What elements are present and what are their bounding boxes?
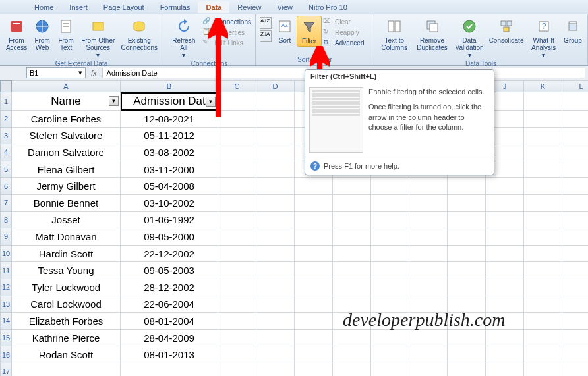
cell[interactable] [218, 195, 256, 212]
cell[interactable] [295, 195, 333, 212]
cell[interactable] [524, 363, 562, 376]
cell[interactable] [295, 296, 333, 313]
row-header[interactable]: 17 [0, 363, 12, 376]
cell[interactable]: Damon Salvatore [12, 144, 121, 161]
tab-review[interactable]: Review [229, 1, 269, 13]
cell[interactable] [524, 246, 562, 263]
row-header[interactable]: 11 [0, 262, 12, 279]
cell[interactable]: 08-01-2004 [121, 313, 218, 330]
cell[interactable] [409, 262, 448, 279]
data-validation-button[interactable]: Data Validation▾ [452, 16, 486, 60]
cell[interactable] [333, 279, 371, 296]
cell[interactable] [371, 262, 409, 279]
cell[interactable] [448, 228, 486, 246]
cell[interactable] [562, 246, 588, 263]
cell[interactable] [524, 195, 562, 212]
cell[interactable]: Elizabeth Forbes [12, 313, 121, 330]
cell[interactable] [371, 195, 409, 212]
cell[interactable] [218, 144, 256, 161]
cell[interactable] [524, 262, 562, 279]
cell[interactable] [256, 195, 295, 212]
cell[interactable] [256, 346, 295, 363]
whatif-button[interactable]: ?What-If Analysis▾ [526, 16, 561, 60]
cell[interactable] [524, 161, 562, 178]
tab-data[interactable]: Data [198, 1, 229, 13]
cell[interactable] [524, 313, 562, 330]
cell[interactable] [256, 178, 295, 195]
cell[interactable] [524, 279, 562, 296]
cell[interactable] [333, 195, 371, 212]
cell[interactable] [409, 363, 448, 376]
cell[interactable] [333, 363, 371, 376]
cell[interactable] [524, 296, 562, 313]
cell[interactable]: Josset [12, 212, 121, 229]
cell[interactable] [562, 363, 588, 376]
cell[interactable]: Name▼ [12, 92, 121, 111]
cell[interactable]: 22-06-2004 [121, 296, 218, 313]
cell[interactable] [256, 279, 295, 296]
cell[interactable] [524, 212, 562, 229]
cell[interactable] [295, 178, 333, 195]
cell[interactable] [486, 195, 524, 212]
cell[interactable]: 03-11-2000 [121, 161, 218, 178]
cell[interactable] [256, 111, 295, 128]
cell[interactable] [12, 363, 121, 376]
cell[interactable] [562, 128, 588, 145]
cell[interactable] [562, 228, 588, 246]
cell[interactable]: Admission Dat▼ [121, 92, 218, 111]
cell[interactable] [371, 279, 409, 296]
cell[interactable] [448, 279, 486, 296]
col-header-l[interactable]: L [562, 80, 588, 92]
remove-duplicates-button[interactable]: Remove Duplicates [412, 16, 453, 53]
cell[interactable]: Tyler Lockwood [12, 279, 121, 296]
cell[interactable]: Hardin Scott [12, 246, 121, 263]
cell[interactable]: 05-04-2008 [121, 178, 218, 195]
cell[interactable] [409, 246, 448, 263]
row-header[interactable]: 9 [0, 228, 12, 246]
cell[interactable] [486, 363, 524, 376]
cell[interactable] [256, 246, 295, 263]
row-header[interactable]: 15 [0, 330, 12, 347]
cell[interactable] [486, 212, 524, 229]
cell[interactable]: Tessa Young [12, 262, 121, 279]
cell[interactable]: Matt Donavan [12, 228, 121, 246]
cell[interactable] [121, 363, 218, 376]
cell[interactable]: 08-01-2013 [121, 346, 218, 363]
cell[interactable] [524, 92, 562, 111]
cell[interactable] [333, 346, 371, 363]
tab-page-layout[interactable]: Page Layout [96, 1, 152, 13]
cell[interactable] [295, 330, 333, 347]
cell[interactable] [218, 161, 256, 178]
row-header[interactable]: 3 [0, 128, 12, 145]
row-header[interactable]: 16 [0, 346, 12, 363]
sort-az-icon[interactable]: A↓Z [260, 17, 272, 29]
cell[interactable] [409, 195, 448, 212]
cell[interactable] [562, 296, 588, 313]
sort-za-icon[interactable]: Z↓A [260, 30, 272, 42]
cell[interactable] [333, 330, 371, 347]
cell[interactable] [562, 212, 588, 229]
cell[interactable] [448, 262, 486, 279]
from-other-button[interactable]: From Other Sources▾ [78, 16, 118, 60]
text-to-columns-button[interactable]: Text to Columns [377, 16, 412, 53]
cell[interactable] [218, 279, 256, 296]
cell[interactable] [562, 346, 588, 363]
cell[interactable] [256, 212, 295, 229]
fx-icon[interactable]: fx [86, 69, 102, 77]
cell[interactable] [409, 346, 448, 363]
cell[interactable] [256, 92, 295, 111]
sort-button[interactable]: AZSort [273, 16, 297, 45]
cell[interactable]: Caroline Forbes [12, 111, 121, 128]
cell[interactable] [256, 262, 295, 279]
cell[interactable] [562, 92, 588, 111]
cell[interactable]: 12-08-2021 [121, 111, 218, 128]
cell[interactable] [333, 178, 371, 195]
cell[interactable]: Elena Gilbert [12, 161, 121, 178]
cell[interactable]: Rodan Scott [12, 346, 121, 363]
cell[interactable] [486, 246, 524, 263]
cell[interactable]: 03-10-2002 [121, 195, 218, 212]
cell[interactable] [218, 128, 256, 145]
cell[interactable] [524, 330, 562, 347]
group-button[interactable]: Group [561, 16, 585, 45]
cell[interactable] [486, 228, 524, 246]
